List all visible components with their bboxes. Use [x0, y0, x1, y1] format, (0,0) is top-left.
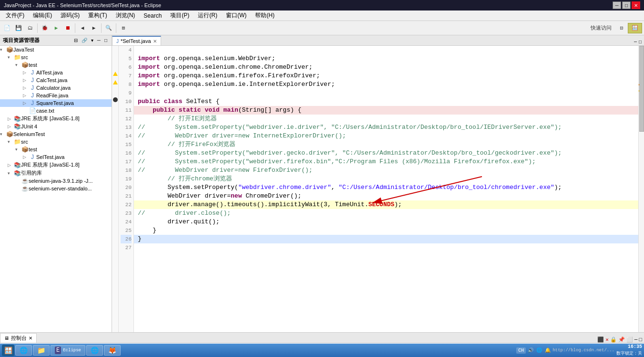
tree-item-javatest-src[interactable]: ▾ 📁 src [0, 53, 112, 61]
tree-item-readfile[interactable]: ▷ J ReadFile.java [0, 92, 112, 99]
left-gutter [112, 46, 119, 332]
taskbar-firefox[interactable]: 🦊 [104, 345, 121, 356]
toolbar-separator-4 [116, 23, 116, 33]
minimize-button[interactable]: ─ [613, 1, 621, 9]
new-button[interactable]: 📄 [2, 23, 12, 33]
sidebar-menu-button[interactable]: ▾ [90, 37, 95, 43]
tree-item-referenced-libs[interactable]: ▾ 📚 引用的库 [0, 169, 112, 177]
taskbar-ie[interactable]: 🌐 [15, 345, 32, 356]
line-num-16: 16 [121, 149, 132, 158]
quick-access: 快速访问 [591, 24, 615, 32]
taskbar-explorer[interactable]: 📁 [33, 345, 50, 356]
tree-item-squaretest[interactable]: ▷ J SquareTest.java [0, 99, 112, 107]
run-button[interactable]: ▶ [51, 23, 61, 33]
save-button[interactable]: 💾 [13, 23, 24, 33]
sidebar-title: 项目资源管理器 [3, 37, 40, 44]
code-editor[interactable]: 4 5 6 7 8 9 10 11 12 13 14 15 16 17 18 1… [112, 46, 644, 332]
tree-item-jre-selenium[interactable]: ▷ 📚 JRE 系统库 [JavaSE-1.8] [0, 161, 112, 169]
line-num-10: 10 [121, 97, 132, 106]
console-tab-label: 控制台 [11, 335, 27, 342]
line-num-9: 9 [121, 89, 132, 97]
menu-help[interactable]: 帮助(H) [251, 10, 278, 21]
close-button[interactable]: ✕ [632, 1, 640, 9]
sidebar-maximize-button[interactable]: □ [103, 37, 109, 43]
tree-item-seleniumtest[interactable]: ▾ 📦 SeleniumTest [0, 130, 112, 138]
scrollbar-thumb[interactable] [639, 46, 644, 132]
menu-search[interactable]: Search [140, 11, 165, 20]
debug-button[interactable]: 🐞 [40, 23, 50, 33]
menu-window[interactable]: 窗口(W) [222, 10, 250, 21]
tree-item-casetxt[interactable]: 📄 case.txt [0, 107, 112, 115]
editor-tab-seltest[interactable]: J *SelTest.java ✕ [112, 36, 161, 45]
open-perspective[interactable]: ⊞ [118, 23, 129, 33]
console-pin-button[interactable]: 📌 [618, 336, 625, 343]
back-button[interactable]: ◀ [77, 23, 88, 33]
line-num-19: 19 [121, 175, 132, 183]
menu-run[interactable]: 运行(R) [194, 10, 221, 21]
line-num-11: 11 [121, 106, 132, 115]
console-minimize-button[interactable]: ─ [634, 337, 638, 343]
line-num-21: 21 [121, 192, 132, 200]
maximize-editor-button[interactable]: □ [638, 39, 642, 45]
tree-item-javatest-test-pkg[interactable]: ▾ 📦 test [0, 61, 112, 69]
code-line-8: import org.openqa.selenium.ie.InternetEx… [134, 80, 638, 89]
tree-item-selenium-java-jar[interactable]: ☕ selenium-java-3.9.1.zip -J... [0, 177, 112, 185]
line-num-18: 18 [121, 166, 132, 175]
code-line-13: // System.setProperty("webdriver.ie.driv… [134, 123, 638, 132]
toolbar-separator-1 [37, 23, 38, 33]
taskbar-chrome[interactable]: 🌐 [86, 345, 103, 356]
save-all-button[interactable]: 🗂 [25, 23, 35, 33]
tree-item-calculator[interactable]: ▷ J Calculator.java [0, 84, 112, 92]
project-explorer: 项目资源管理器 ⊟ 🔗 ▾ ─ □ ▾ 📦 JavaTest ▾ 📁 src ▾ [0, 35, 112, 332]
console-close-button[interactable]: ✕ [29, 336, 32, 341]
stop-button[interactable]: ⏹ [62, 23, 73, 33]
link-editor-button[interactable]: 🔗 [80, 37, 89, 43]
line-num-5: 5 [121, 54, 132, 63]
window-title: JavaProject - Java EE - SeleniumTest/src… [4, 2, 613, 8]
taskbar-eclipse[interactable]: E Eclipse [51, 345, 85, 356]
menu-refactor[interactable]: 重构(T) [84, 10, 111, 21]
console-tab[interactable]: 🖥 控制台 ✕ [0, 333, 37, 343]
search-button[interactable]: 🔍 [103, 23, 114, 33]
code-line-27 [134, 243, 638, 252]
tree-item-seltest[interactable]: ▷ J SelTest.java [0, 153, 112, 161]
console-stop-button[interactable]: ✕ [605, 336, 609, 343]
collapse-all-button[interactable]: ⊟ [72, 37, 79, 43]
view-controls[interactable]: 🪟 [628, 23, 642, 33]
tree-item-selenium-src[interactable]: ▾ 📁 src [0, 138, 112, 146]
tree-item-junit4[interactable]: ▷ 📚 JUnit 4 [0, 123, 112, 130]
menu-edit[interactable]: 编辑(E) [29, 10, 56, 21]
tree-item-alltest[interactable]: ▷ J AllTest.java [0, 69, 112, 76]
tree-item-jre-javatest[interactable]: ▷ 📚 JRE 系统库 [JavaSE-1.8] [0, 115, 112, 123]
forward-button[interactable]: ▶ [89, 23, 99, 33]
minimize-editor-button[interactable]: ─ [634, 39, 637, 45]
input-method-indicator[interactable]: CH [516, 347, 526, 354]
line-num-27: 27 [121, 243, 132, 252]
tab-close-button[interactable]: ✕ [153, 39, 157, 44]
menu-navigate[interactable]: 浏览(N) [112, 10, 139, 21]
tree-item-javatest[interactable]: ▾ 📦 JavaTest [0, 46, 112, 53]
line-num-14: 14 [121, 132, 132, 140]
menu-file[interactable]: 文件(F) [2, 10, 28, 21]
toolbar-separator-3 [101, 23, 102, 33]
maximize-button[interactable]: □ [622, 1, 631, 9]
start-button[interactable]: 🪟 [2, 345, 14, 356]
maximize-view[interactable]: ⊡ [616, 23, 627, 33]
line-numbers: 4 5 6 7 8 9 10 11 12 13 14 15 16 17 18 1… [119, 46, 134, 332]
console-expand-button[interactable]: ⬜ [626, 336, 633, 343]
console-maximize-button[interactable]: □ [639, 337, 642, 343]
line-num-4: 4 [121, 46, 132, 54]
code-line-6: import org.openqa.selenium.chrome.Chrome… [134, 63, 638, 72]
window-controls: ─ □ ✕ [613, 1, 640, 9]
menu-project[interactable]: 项目(P) [166, 10, 193, 21]
console-clear-button[interactable]: ⬛ [597, 336, 604, 343]
tree-item-selenium-test-pkg[interactable]: ▾ 📦 test [0, 146, 112, 153]
console-lock-button[interactable]: 🔒 [610, 336, 617, 343]
tree-item-calctest[interactable]: ▷ J CalcTest.java [0, 76, 112, 84]
editor-scrollbar[interactable] [638, 46, 644, 332]
menu-source[interactable]: 源码(S) [57, 10, 83, 21]
tree-item-selenium-server-jar[interactable]: ☕ selenium-server-standalо... [0, 185, 112, 192]
sidebar-minimize-button[interactable]: ─ [96, 37, 102, 43]
taskbar-clock: 16:35 数字锁定：关 [616, 344, 642, 357]
code-content[interactable]: import org.openqa.selenium.WebDriver; im… [134, 46, 638, 332]
